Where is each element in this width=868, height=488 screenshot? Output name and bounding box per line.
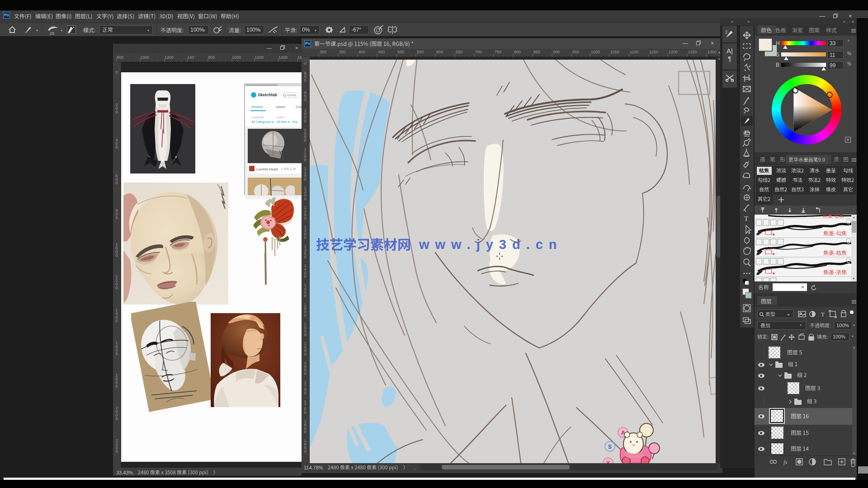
svg-text:300: 300 xyxy=(320,50,326,54)
svg-text:950: 950 xyxy=(572,50,579,54)
svg-text:900: 900 xyxy=(553,50,560,54)
svg-text:750: 750 xyxy=(495,50,501,54)
svg-text:T: T xyxy=(821,311,825,318)
svg-text:1150: 1150 xyxy=(649,50,658,54)
svg-text:450: 450 xyxy=(378,50,385,54)
svg-text:650: 650 xyxy=(456,50,462,54)
svg-text:fx: fx xyxy=(783,459,788,465)
svg-text:1250: 1250 xyxy=(688,50,697,54)
svg-text:550: 550 xyxy=(417,50,424,54)
svg-text:600: 600 xyxy=(436,50,443,54)
svg-text:350: 350 xyxy=(339,50,346,54)
svg-text:S: S xyxy=(608,444,612,450)
svg-text:1100: 1100 xyxy=(630,50,638,54)
svg-text:800: 800 xyxy=(514,50,521,54)
svg-text:Y: Y xyxy=(606,460,610,463)
svg-text:T: T xyxy=(744,215,748,222)
svg-text:850: 850 xyxy=(533,50,540,54)
svg-text:500: 500 xyxy=(397,50,404,54)
svg-text:1200: 1200 xyxy=(669,50,678,54)
svg-text:1050: 1050 xyxy=(610,50,619,54)
svg-text:1000: 1000 xyxy=(591,50,600,54)
svg-text:700: 700 xyxy=(475,50,482,54)
svg-text:400: 400 xyxy=(359,50,365,54)
svg-text:1300: 1300 xyxy=(708,50,717,54)
